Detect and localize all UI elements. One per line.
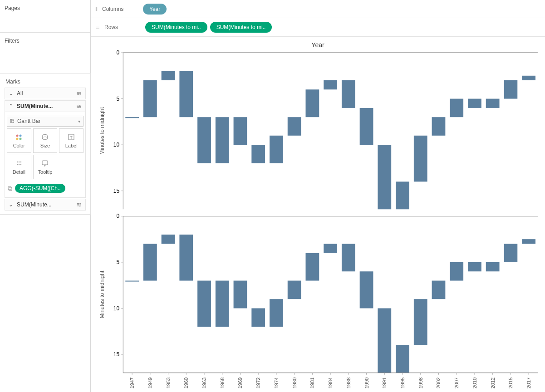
rows-icon: ≣ bbox=[95, 24, 100, 30]
gantt-mark[interactable] bbox=[468, 262, 481, 271]
gantt-mark[interactable] bbox=[324, 244, 337, 253]
x-tick-label: 1980 bbox=[292, 377, 297, 389]
gantt-mark[interactable] bbox=[414, 299, 427, 345]
columns-label: Columns bbox=[102, 6, 138, 12]
gantt-mark[interactable] bbox=[522, 239, 535, 244]
gantt-mark[interactable] bbox=[468, 99, 481, 108]
label: Tooltip bbox=[38, 169, 53, 175]
marks-all-label: All bbox=[17, 90, 23, 97]
gantt-mark[interactable] bbox=[234, 117, 247, 145]
x-tick-label: 1990 bbox=[364, 377, 369, 389]
gantt-mark[interactable] bbox=[288, 117, 301, 136]
gantt-mark[interactable] bbox=[197, 117, 211, 163]
marks-card: Marks ⌄ All ≋ ⌃ SUM(Minute... ≋ ℔ bbox=[0, 73, 91, 215]
svg-text:10: 10 bbox=[113, 305, 120, 311]
gantt-mark[interactable] bbox=[378, 145, 391, 209]
gantt-mark[interactable] bbox=[143, 80, 157, 117]
size-shelf-icon: ⧉ bbox=[8, 185, 12, 192]
y-axis-label: Minutes to midnight bbox=[99, 270, 105, 318]
x-tick-label: 2010 bbox=[472, 377, 477, 389]
marks-label-button[interactable]: T Label bbox=[59, 128, 83, 153]
size-icon bbox=[41, 133, 49, 141]
mark-type-select[interactable]: ℔ Gantt Bar ▾ bbox=[7, 116, 83, 127]
x-tick-label: 2002 bbox=[436, 377, 442, 389]
stack-icon: ≋ bbox=[76, 201, 82, 208]
gantt-mark[interactable] bbox=[324, 80, 337, 89]
gantt-mark[interactable] bbox=[342, 80, 355, 108]
agg-pill[interactable]: AGG(-SUM([Ch.. bbox=[15, 184, 65, 193]
x-tick-label: 2007 bbox=[454, 377, 459, 389]
svg-point-11 bbox=[19, 164, 20, 165]
gantt-mark[interactable] bbox=[486, 99, 500, 108]
marks-all-row[interactable]: ⌄ All ≋ bbox=[5, 88, 86, 99]
row-pill[interactable]: SUM(Minutes to mi.. bbox=[145, 22, 207, 33]
gantt-mark[interactable] bbox=[432, 281, 446, 299]
gantt-chart[interactable]: 051015Minutes to midnight051015Minutes t… bbox=[93, 50, 542, 392]
svg-text:15: 15 bbox=[113, 351, 120, 358]
columns-shelf[interactable]: ⦀ Columns Year bbox=[91, 0, 545, 18]
gantt-mark[interactable] bbox=[162, 235, 175, 244]
gantt-mark[interactable] bbox=[179, 71, 193, 118]
label: Label bbox=[65, 143, 78, 148]
x-tick-label: 1969 bbox=[238, 377, 243, 389]
gantt-mark[interactable] bbox=[504, 244, 517, 262]
columns-icon: ⦀ bbox=[95, 6, 98, 12]
gantt-mark[interactable] bbox=[197, 281, 211, 327]
marks-tooltip-button[interactable]: Tooltip bbox=[33, 155, 58, 179]
gantt-mark[interactable] bbox=[360, 108, 373, 145]
gantt-mark[interactable] bbox=[251, 145, 265, 163]
gantt-mark[interactable] bbox=[270, 136, 283, 163]
gantt-mark[interactable] bbox=[234, 281, 247, 309]
column-pill[interactable]: Year bbox=[143, 4, 167, 15]
gantt-mark[interactable] bbox=[125, 281, 139, 282]
shelves: ⦀ Columns Year ≣ Rows SUM(Minutes to mi.… bbox=[91, 0, 545, 37]
x-tick-label: 1947 bbox=[129, 377, 135, 389]
svg-point-10 bbox=[17, 164, 18, 165]
gantt-mark[interactable] bbox=[288, 281, 301, 299]
svg-point-1 bbox=[19, 135, 21, 137]
label: Color bbox=[13, 143, 25, 148]
marks-detail-button[interactable]: Detail bbox=[7, 155, 31, 179]
gantt-mark[interactable] bbox=[378, 308, 391, 372]
svg-point-0 bbox=[16, 135, 18, 137]
x-tick-label: 1998 bbox=[418, 377, 423, 389]
row-pill[interactable]: SUM(Minutes to mi.. bbox=[210, 22, 272, 33]
x-tick-label: 1981 bbox=[309, 377, 315, 389]
gantt-mark[interactable] bbox=[342, 244, 355, 271]
visualization: Year 051015Minutes to midnight051015Minu… bbox=[91, 37, 545, 392]
gantt-mark[interactable] bbox=[414, 136, 427, 182]
mark-type-label: Gantt Bar bbox=[17, 118, 40, 124]
marks-section-row[interactable]: ⌃ SUM(Minute... ≋ bbox=[5, 100, 86, 112]
gantt-mark[interactable] bbox=[162, 71, 175, 80]
gantt-mark[interactable] bbox=[450, 262, 463, 281]
gantt-mark[interactable] bbox=[216, 117, 229, 163]
gantt-mark[interactable] bbox=[270, 299, 283, 327]
gantt-mark[interactable] bbox=[216, 281, 229, 327]
x-tick-label: 2017 bbox=[526, 377, 531, 389]
gantt-mark[interactable] bbox=[251, 308, 265, 327]
gantt-mark[interactable] bbox=[396, 181, 409, 209]
gantt-mark[interactable] bbox=[179, 235, 193, 281]
gantt-mark[interactable] bbox=[450, 99, 463, 118]
marks-section-label: SUM(Minute... bbox=[17, 103, 53, 109]
gantt-mark[interactable] bbox=[486, 262, 500, 271]
detail-icon bbox=[15, 159, 23, 167]
gantt-mark[interactable] bbox=[432, 117, 446, 136]
marks-collapsed-row[interactable]: ⌄ SUM(Minute... ≋ bbox=[5, 199, 86, 211]
gantt-mark[interactable] bbox=[396, 345, 409, 373]
svg-text:5: 5 bbox=[117, 96, 120, 102]
gantt-mark[interactable] bbox=[522, 76, 535, 80]
pages-card: Pages bbox=[0, 0, 90, 33]
gantt-mark[interactable] bbox=[305, 253, 319, 281]
marks-size-button[interactable]: Size bbox=[33, 128, 58, 153]
filters-title: Filters bbox=[5, 35, 86, 47]
gantt-mark[interactable] bbox=[360, 271, 373, 308]
gantt-mark[interactable] bbox=[305, 89, 319, 117]
marks-color-button[interactable]: Color bbox=[7, 128, 31, 153]
gantt-mark[interactable] bbox=[504, 80, 517, 99]
gantt-mark[interactable] bbox=[125, 117, 139, 118]
size-detail-row[interactable]: ⧉ AGG(-SUM([Ch.. bbox=[7, 181, 83, 196]
rows-shelf[interactable]: ≣ Rows SUM(Minutes to mi..SUM(Minutes to… bbox=[91, 18, 545, 36]
gantt-mark[interactable] bbox=[143, 244, 157, 280]
x-tick-label: 1963 bbox=[201, 377, 207, 389]
